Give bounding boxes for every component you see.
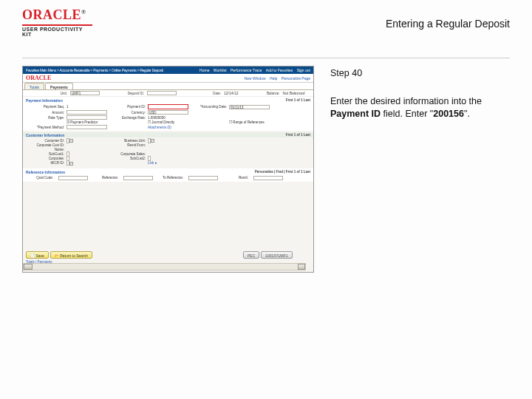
rate-type-field[interactable] xyxy=(66,115,107,120)
link-new-window[interactable]: New Window xyxy=(245,76,266,81)
remit-label: Remit: xyxy=(221,176,250,180)
app-logo: ORACLE xyxy=(26,75,51,81)
date-label: Date: xyxy=(180,92,224,95)
amount-label: Amount: xyxy=(26,111,66,115)
subcust2-label: SubCust2: xyxy=(107,157,148,160)
reference-label: Reference: xyxy=(91,176,120,180)
payment-seq-value: 1 xyxy=(66,105,107,109)
oracle-logo-block: ORACLE® USER PRODUCTIVITY KIT xyxy=(22,7,89,37)
breadcrumb[interactable]: Favorites Main Menu > Accounts Receivabl… xyxy=(26,68,197,72)
reference-info-body: Qual Code: Reference: To Reference: Remi… xyxy=(23,174,313,182)
link-signout[interactable]: Sign out xyxy=(297,68,310,72)
payment-pager[interactable]: First 1 of 1 Last xyxy=(286,98,310,103)
payment-info-body: Payment Seq: 1 Payment ID: *Accounting D… xyxy=(23,103,313,131)
top-links: Home Worklist Performance Trace Add to F… xyxy=(197,68,310,72)
rate-type-label: Rate Type: xyxy=(26,116,66,120)
exchange-rate-value: 1.00000000 xyxy=(148,116,188,120)
payment-info-title: Payment Information xyxy=(26,98,63,103)
corporate-label: Corporate: xyxy=(26,157,66,160)
micr-id-label: MICR ID: xyxy=(26,161,66,165)
balance-label: Balance: xyxy=(238,92,282,95)
customer-info-head: Customer Information First 1 of 1 Last xyxy=(23,132,313,137)
app-screenshot: Favorites Main Menu > Accounts Receivabl… xyxy=(22,66,314,273)
unit-value: UMF1 xyxy=(70,91,100,95)
customer-pager[interactable]: First 1 of 1 Last xyxy=(286,133,310,137)
upk-label: USER PRODUCTIVITY KIT xyxy=(22,24,92,37)
deposit-id-value xyxy=(147,91,177,95)
link-perf[interactable]: Performance Trace xyxy=(231,68,262,72)
step-label: Step 40 xyxy=(330,67,510,79)
subcust1-label: SubCust1: xyxy=(26,152,66,156)
payment-id-label: Payment ID: xyxy=(107,105,148,109)
lookup-icon[interactable] xyxy=(69,162,73,166)
name-label: Name: xyxy=(26,148,66,151)
payment-info-head: Payment Information First 1 of 1 Last xyxy=(23,97,313,103)
balance-value: Not Balanced xyxy=(282,91,304,95)
payment-method-field[interactable] xyxy=(66,125,107,129)
link-home[interactable]: Home xyxy=(200,68,209,72)
remit-field[interactable] xyxy=(253,176,283,180)
deposit-id-label: Deposit ID: xyxy=(103,92,147,95)
accounting-date-field[interactable]: 01/11/13 xyxy=(229,105,270,109)
qual-code-field[interactable] xyxy=(58,176,88,180)
deposit-summary-row: Unit: UMF1 Deposit ID: Date: 12/14/12 Ba… xyxy=(23,90,313,97)
step-instruction: Enter the desired information into the P… xyxy=(330,95,510,120)
link-link[interactable]: Link ▸ xyxy=(148,161,188,165)
lookup-icon[interactable] xyxy=(69,139,73,143)
reference-pager[interactable]: Personalize | Find | First 1 of 1 Last xyxy=(255,170,310,174)
attachments-link[interactable]: Attachments (0) xyxy=(148,126,188,129)
reference-info-title: Reference Information xyxy=(26,170,65,174)
corp-cust-label: Corporate Cust ID: xyxy=(26,143,66,147)
link-help[interactable]: Help xyxy=(270,76,277,81)
date-value: 12/14/12 xyxy=(224,91,238,95)
payment-seq-label: Payment Seq: xyxy=(26,105,66,109)
to-reference-label: To Reference: xyxy=(156,176,185,180)
link-fav[interactable]: Add to Favorites xyxy=(266,68,293,72)
link-worklist[interactable]: Worklist xyxy=(214,68,227,72)
app-breadcrumb-bar: Favorites Main Menu > Accounts Receivabl… xyxy=(23,66,313,74)
payment-method-label: *Payment Method: xyxy=(26,126,66,129)
return-button[interactable]: 📂 Return to Search xyxy=(50,251,92,259)
instruction-panel: Step 40 Enter the desired information in… xyxy=(314,66,510,273)
amount-field[interactable] xyxy=(66,110,107,115)
qual-code-label: Qual Code: xyxy=(26,176,55,180)
app-logo-row: ORACLE New Window Help Personalize Page xyxy=(23,74,313,83)
remit-from-label: Remit From: xyxy=(107,143,148,147)
horizontal-scrollbar[interactable] xyxy=(23,263,306,270)
scroll-thumb[interactable] xyxy=(24,264,33,270)
accounting-date-label: *Accounting Date: xyxy=(188,105,229,109)
customer-info-title: Customer Information xyxy=(26,133,64,137)
tab-payments[interactable]: Payments xyxy=(45,83,73,89)
oracle-logo: ORACLE® xyxy=(22,7,89,23)
save-button[interactable]: 📄 Save xyxy=(26,251,49,259)
payment-predictor-checkbox[interactable]: ☑ Payment Predictor xyxy=(66,120,107,124)
exchange-rate-label: Exchange Rate: xyxy=(107,116,148,120)
currency-label: Currency: xyxy=(107,111,148,115)
subcust2-field[interactable] xyxy=(148,156,151,161)
customer-info-body: Customer ID: Business Unit: Corporate Cu… xyxy=(23,137,313,168)
pec-button[interactable]: PEC xyxy=(243,251,259,259)
lookup-icon[interactable] xyxy=(151,139,154,143)
tab-totals[interactable]: Totals xyxy=(24,83,44,89)
deposit-ref-button[interactable]: 100157UMF1 xyxy=(261,251,292,259)
currency-field[interactable]: USD xyxy=(148,110,188,115)
payment-id-field[interactable] xyxy=(148,104,188,109)
button-row: 📄 Save 📂 Return to Search PEC 100157UMF1 xyxy=(26,251,293,259)
journal-directly-checkbox[interactable]: ☐ Journal Directly xyxy=(148,120,188,124)
page-title: Entering a Regular Deposit xyxy=(386,18,510,30)
range-of-ref-checkbox[interactable]: ☐ Range of References xyxy=(229,120,270,124)
customer-id-label: Customer ID: xyxy=(26,139,66,143)
tab-bar: Totals Payments xyxy=(23,83,313,90)
unit-label: Unit: xyxy=(26,92,70,95)
corporate-sales-label: Corporate Sales: xyxy=(107,152,148,156)
business-unit-label: Business Unit: xyxy=(107,139,148,143)
reference-info-head: Reference Information Personalize | Find… xyxy=(23,168,313,174)
reference-field[interactable] xyxy=(123,176,153,180)
link-personalize[interactable]: Personalize Page xyxy=(282,76,310,81)
to-reference-field[interactable] xyxy=(188,176,218,180)
scroll-right-arrow-icon[interactable] xyxy=(298,264,305,270)
app-nav-links: New Window Help Personalize Page xyxy=(242,76,310,81)
